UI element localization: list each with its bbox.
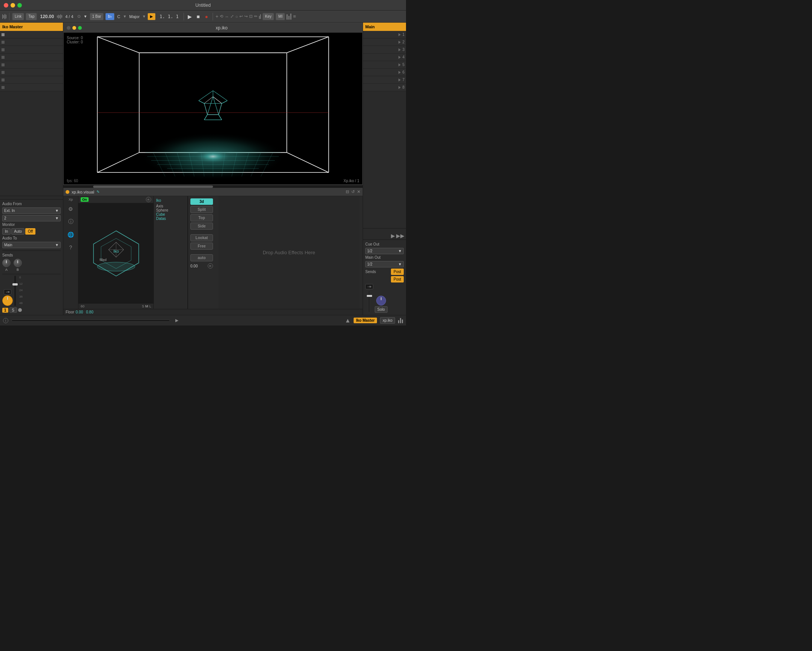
stop-button[interactable]: ■ bbox=[195, 13, 202, 20]
volume-knob[interactable] bbox=[2, 295, 13, 306]
iko-label[interactable]: Iko bbox=[156, 198, 161, 203]
position-display[interactable]: 1. 1. 1 bbox=[157, 14, 181, 19]
link-button[interactable]: Link bbox=[12, 13, 24, 20]
bar-select[interactable]: ▼ bbox=[83, 14, 88, 18]
status-info-btn[interactable]: i bbox=[3, 318, 8, 323]
expand-icon[interactable]: ⤢ bbox=[230, 14, 234, 19]
visual-edit-icon[interactable]: ✎ bbox=[97, 190, 100, 194]
view-lookat-btn[interactable]: Lookat bbox=[190, 234, 213, 241]
play-btn-bottom[interactable]: ▶ bbox=[173, 317, 181, 324]
play-arrow-8[interactable] bbox=[398, 86, 401, 89]
play-arrow-2[interactable] bbox=[398, 41, 401, 44]
key-dropdown[interactable]: ▼ bbox=[123, 14, 127, 18]
window-controls[interactable] bbox=[4, 3, 22, 8]
visual-close[interactable]: ✕ bbox=[357, 189, 360, 194]
right-clip-7[interactable]: 7 bbox=[363, 76, 406, 84]
key-button[interactable]: Key bbox=[262, 13, 274, 20]
right-post-btn2[interactable]: Post bbox=[391, 276, 404, 283]
clip-slot-8[interactable] bbox=[0, 84, 63, 91]
right-expand-icon[interactable]: ▶ bbox=[391, 233, 395, 239]
view-3d-btn[interactable]: 3d bbox=[190, 198, 213, 205]
level-meter-bottom[interactable] bbox=[398, 318, 403, 323]
clip-slot-1[interactable] bbox=[0, 31, 63, 38]
draw-icon[interactable]: ✏ bbox=[254, 14, 257, 19]
progress-bar[interactable] bbox=[11, 319, 170, 322]
track-badge-bottom[interactable]: Iko Master bbox=[354, 318, 377, 323]
xpiko-maximize[interactable] bbox=[78, 26, 82, 30]
view-reset[interactable]: R bbox=[208, 263, 213, 269]
track-number[interactable]: 1 bbox=[2, 308, 8, 313]
cube-label[interactable]: Cube bbox=[156, 212, 165, 216]
session-view-toggle[interactable] bbox=[2, 14, 6, 19]
arm-button[interactable] bbox=[18, 308, 22, 312]
record-mode-btn[interactable]: b♭ bbox=[105, 13, 115, 20]
right-clip-6[interactable]: 6 bbox=[363, 69, 406, 76]
right-clip-3[interactable]: 3 bbox=[363, 46, 406, 54]
gear-icon[interactable]: ⚙ bbox=[66, 204, 76, 214]
visual-icon[interactable] bbox=[66, 190, 69, 194]
solo-button[interactable]: S bbox=[9, 307, 17, 313]
minimize-button[interactable] bbox=[11, 3, 15, 8]
redo-icon[interactable]: ↪ bbox=[244, 14, 248, 19]
visual-collapse[interactable]: ⊟ bbox=[346, 189, 349, 194]
add-icon[interactable]: + bbox=[216, 14, 219, 19]
xpiko-close[interactable] bbox=[67, 26, 70, 30]
reset-icon[interactable]: R bbox=[146, 197, 151, 202]
floor-y[interactable]: 0.80 bbox=[86, 310, 93, 314]
fader-wrap[interactable]: 0 12 24 36 48 bbox=[14, 276, 16, 306]
time-sig[interactable]: 4 / 4 bbox=[64, 14, 75, 19]
undo-icon[interactable]: ↩ bbox=[239, 14, 243, 19]
datas-label[interactable]: Datas bbox=[156, 216, 166, 221]
view-top-btn[interactable]: Top bbox=[190, 214, 213, 221]
key-note[interactable]: C bbox=[116, 14, 121, 19]
fader-handle[interactable] bbox=[12, 283, 18, 286]
info-icon[interactable]: ⓘ bbox=[66, 216, 76, 227]
key-type[interactable]: Major bbox=[128, 14, 141, 19]
play-arrow-7[interactable] bbox=[398, 78, 401, 81]
play-arrow-3[interactable] bbox=[398, 48, 401, 51]
send-a-knob[interactable] bbox=[2, 259, 11, 267]
clip-slot-2[interactable] bbox=[0, 38, 63, 46]
right-post-btn1[interactable]: Post bbox=[391, 269, 404, 275]
view-side-btn[interactable]: Side bbox=[190, 223, 213, 230]
metronome-icon[interactable]: ⊙ bbox=[77, 14, 81, 19]
xpiko-badge-bottom[interactable]: xp.iko bbox=[380, 317, 395, 324]
right-clip-5[interactable]: 5 bbox=[363, 61, 406, 69]
fader-track[interactable] bbox=[14, 276, 16, 306]
send-b-knob[interactable] bbox=[14, 259, 22, 267]
right-clip-1[interactable]: 1 bbox=[363, 31, 406, 38]
metronome2-icon[interactable]: ○ bbox=[235, 14, 238, 19]
right-volume-knob[interactable] bbox=[376, 296, 386, 306]
view-free-btn[interactable]: Free bbox=[190, 243, 213, 250]
globe-icon[interactable]: 🌐 bbox=[66, 229, 76, 240]
floor-x[interactable]: 0.00 bbox=[76, 310, 83, 314]
maximize-button[interactable] bbox=[17, 3, 22, 8]
record-button[interactable]: ● bbox=[203, 13, 210, 20]
clip-slot-6[interactable] bbox=[0, 69, 63, 76]
right-solo-btn[interactable]: Solo bbox=[375, 306, 388, 313]
view-auto-btn[interactable]: auto bbox=[190, 254, 213, 261]
monitor-in-btn[interactable]: In bbox=[2, 228, 11, 235]
visual-refresh[interactable]: ↺ bbox=[351, 189, 355, 194]
on-badge[interactable]: On bbox=[81, 197, 89, 202]
right-fader-handle[interactable] bbox=[367, 295, 372, 297]
play-arrow-4[interactable] bbox=[398, 56, 401, 59]
size-l[interactable]: L bbox=[149, 304, 151, 308]
resize-icon[interactable]: ⊡ bbox=[249, 14, 253, 19]
bottom-arrow-icon[interactable]: ▲ bbox=[345, 317, 351, 324]
size-m[interactable]: M bbox=[145, 304, 148, 308]
clip-slot-5[interactable] bbox=[0, 61, 63, 69]
channel-dropdown[interactable]: 2 ▼ bbox=[2, 215, 61, 221]
play-button[interactable]: ▶ bbox=[187, 13, 193, 20]
cue-out-dropdown[interactable]: 1/2 ▼ bbox=[365, 248, 404, 254]
right-clip-8[interactable]: 8 bbox=[363, 84, 406, 91]
play-arrow-6[interactable] bbox=[398, 71, 401, 74]
help-icon[interactable]: ? bbox=[66, 242, 76, 253]
right-play-icon[interactable]: ▶▶ bbox=[396, 233, 404, 239]
clip-slot-4[interactable] bbox=[0, 54, 63, 61]
follow-btn[interactable]: ▶ bbox=[147, 13, 156, 20]
key-type-dropdown[interactable]: ▼ bbox=[142, 14, 146, 18]
loop-icon[interactable]: ⟲ bbox=[220, 14, 223, 19]
ext-in-dropdown[interactable]: Ext. In ▼ bbox=[2, 207, 61, 214]
right-fader-track[interactable] bbox=[368, 290, 370, 313]
